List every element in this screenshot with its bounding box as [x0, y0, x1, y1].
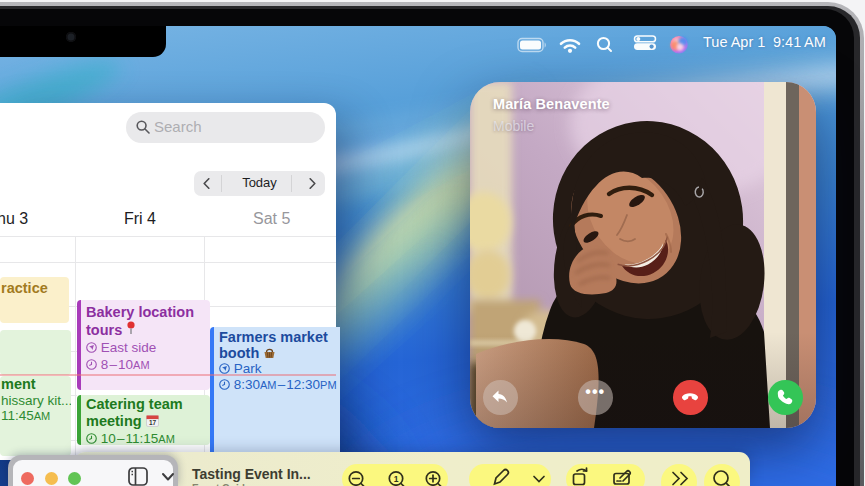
svg-text:1: 1	[394, 474, 399, 484]
svg-text:17: 17	[149, 419, 157, 426]
